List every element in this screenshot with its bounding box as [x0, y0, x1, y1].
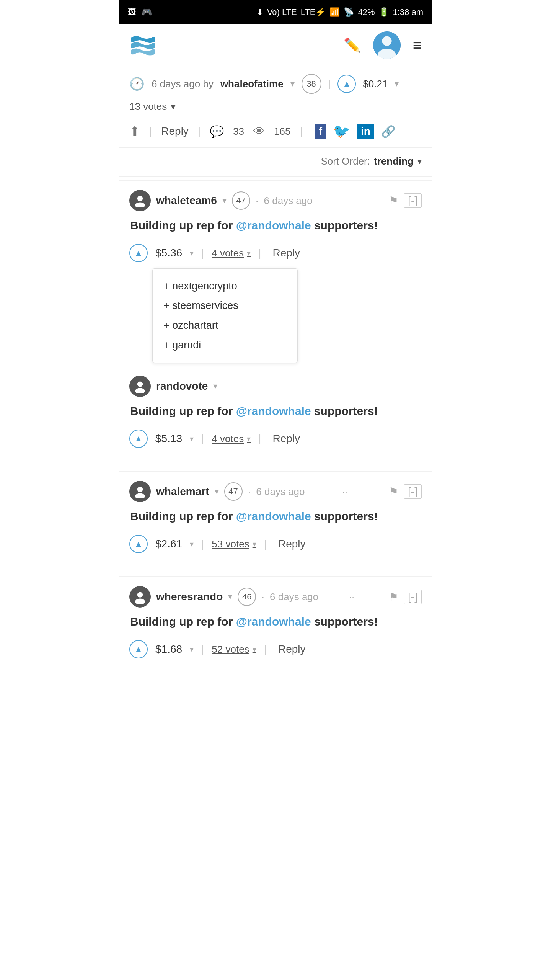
whaleteam6-upvote-button[interactable]: ▲ — [129, 244, 148, 262]
lte-label: LTE⚡ — [301, 7, 326, 17]
svg-point-9 — [137, 592, 143, 598]
facebook-icon[interactable]: f — [315, 124, 326, 139]
svg-point-4 — [135, 203, 145, 208]
whalemart-votes-count[interactable]: 53 votes ▾ — [212, 538, 256, 550]
linkedin-icon[interactable]: in — [357, 124, 374, 139]
svg-point-7 — [137, 487, 143, 492]
dot-sep: · — [256, 194, 259, 207]
link-icon[interactable]: 🔗 — [381, 125, 395, 138]
wheresrando-comment-body: Building up rep for @randowhale supporte… — [129, 613, 422, 630]
wheresrando-reward-arrow[interactable]: ▾ — [190, 645, 194, 654]
wheresrando-votes-arrow[interactable]: ▾ — [253, 645, 256, 654]
footer-sep4: | — [258, 433, 261, 445]
whalemart-mention[interactable]: @randowhale — [236, 510, 311, 523]
whaleteam6-reply-button[interactable]: Reply — [272, 247, 300, 259]
reward-dropdown-arrow[interactable]: ▾ — [395, 79, 399, 89]
sort-order-dropdown-arrow[interactable]: ▾ — [417, 157, 422, 167]
collapse-button[interactable]: [-] — [404, 193, 422, 208]
whalemart-comment-body: Building up rep for @randowhale supporte… — [129, 508, 422, 525]
upvote-button[interactable]: ▲ — [337, 75, 356, 93]
whalemart-reward-arrow[interactable]: ▾ — [190, 539, 194, 549]
game-icon: 🎮 — [142, 7, 152, 17]
randovote-mention[interactable]: @randowhale — [236, 405, 311, 417]
post-author[interactable]: whaleofatime — [220, 78, 284, 90]
whalemart-collapse-button[interactable]: [-] — [404, 484, 422, 499]
wheresrando-flag-icon[interactable]: ⚑ — [389, 591, 398, 603]
whalemart-dropdown-arrow[interactable]: ▾ — [215, 487, 219, 497]
twitter-icon[interactable]: 🐦 — [333, 123, 350, 139]
whalemart-username[interactable]: whalemart — [156, 485, 209, 498]
randovote-comment-footer: ▲ $5.13 ▾ | 4 votes ▾ | Reply — [129, 426, 422, 456]
steem-logo[interactable] — [129, 34, 164, 57]
nav-bar: ✏️ ≡ — [119, 24, 432, 66]
wheresrando-dropdown-arrow[interactable]: ▾ — [228, 592, 232, 602]
mention-randowhale[interactable]: @randowhale — [236, 219, 311, 232]
wheresrando-upvote-button[interactable]: ▲ — [129, 640, 148, 658]
svg-point-3 — [137, 196, 143, 201]
whalemart-avatar[interactable] — [129, 481, 151, 502]
wheresrando-reply-button[interactable]: Reply — [278, 643, 306, 655]
randovote-avatar[interactable] — [129, 376, 151, 397]
footer-sep8: | — [264, 643, 267, 655]
author-dropdown-arrow[interactable]: ▾ — [290, 79, 295, 89]
whalemart-comment-header: whalemart ▾ 47 · 6 days ago ·· ⚑ [-] — [129, 481, 422, 502]
whaleteam6-votes-count[interactable]: 4 votes ▾ — [212, 247, 251, 259]
download-icon: ⬇ — [256, 7, 263, 17]
wheresrando-more-options-icon[interactable]: ·· — [349, 591, 354, 602]
wheresrando-username[interactable]: wheresrando — [156, 591, 223, 603]
post-time-ago: 6 days ago by — [152, 78, 214, 90]
avatar-svg — [133, 485, 147, 498]
svg-point-8 — [135, 493, 145, 499]
whalemart-upvote-button[interactable]: ▲ — [129, 535, 148, 553]
wheresrando-mention[interactable]: @randowhale — [236, 615, 311, 628]
battery-icon: 🔋 — [379, 7, 389, 17]
whaleteam6-avatar[interactable] — [129, 190, 151, 211]
votes-line: 13 votes ▾ — [119, 98, 432, 119]
wheresrando-avatar[interactable] — [129, 586, 151, 608]
wheresrando-collapse-button[interactable]: [-] — [404, 590, 422, 604]
dot-sep2: · — [248, 485, 251, 498]
whaleteam6-username[interactable]: whaleteam6 — [156, 194, 217, 207]
share-icon[interactable]: ⬆ — [129, 124, 140, 139]
whaleteam6-votes-arrow[interactable]: ▾ — [247, 248, 251, 258]
steem-logo-svg — [129, 34, 164, 57]
randovote-reward: $5.13 — [155, 433, 182, 445]
randovote-upvote-button[interactable]: ▲ — [129, 430, 148, 448]
whalemart-time: 6 days ago — [256, 486, 305, 498]
whalemart-votes-arrow[interactable]: ▾ — [253, 539, 256, 549]
user-avatar[interactable] — [373, 31, 401, 59]
more-options-icon[interactable]: ·· — [342, 486, 347, 497]
footer-sep5: | — [201, 538, 204, 550]
popup-voter-4: + garudi — [163, 335, 287, 355]
votes-count-label: 13 votes — [129, 101, 167, 113]
randovote-comment-body: Building up rep for @randowhale supporte… — [129, 402, 422, 420]
whaleteam6-dropdown-arrow[interactable]: ▾ — [222, 196, 227, 206]
flag-icon[interactable]: ⚑ — [389, 194, 398, 207]
reply-button[interactable]: Reply — [161, 125, 189, 137]
randovote-votes-count[interactable]: 4 votes ▾ — [212, 433, 251, 445]
randovote-votes-arrow[interactable]: ▾ — [247, 434, 251, 443]
whaleteam6-rep-badge: 47 — [232, 191, 250, 210]
hamburger-menu-icon[interactable]: ≡ — [413, 38, 422, 53]
whalemart-reply-button[interactable]: Reply — [278, 538, 306, 550]
wheresrando-votes-count[interactable]: 52 votes ▾ — [212, 644, 256, 655]
whalemart-flag-icon[interactable]: ⚑ — [389, 485, 398, 498]
avatar-image — [373, 31, 401, 59]
pen-icon[interactable]: ✏️ — [344, 37, 361, 53]
popup-voter-2: + steemservices — [163, 296, 287, 315]
randovote-reply-button[interactable]: Reply — [272, 433, 300, 445]
votes-dropdown-arrow[interactable]: ▾ — [171, 101, 176, 113]
footer-sep6: | — [264, 538, 267, 550]
svg-point-1 — [382, 36, 391, 46]
whaleteam6-reward-arrow[interactable]: ▾ — [190, 248, 194, 258]
status-left-icons: 🖼 🎮 — [128, 7, 152, 17]
sort-order-value[interactable]: trending — [374, 155, 414, 167]
sep1: | — [149, 125, 152, 137]
randovote-dropdown-arrow[interactable]: ▾ — [213, 381, 217, 391]
whalemart-comment-footer: ▲ $2.61 ▾ | 53 votes ▾ | Reply — [129, 531, 422, 561]
whaleteam6-comment-body: Building up rep for @randowhale supporte… — [129, 217, 422, 234]
randovote-reward-arrow[interactable]: ▾ — [190, 434, 194, 443]
randovote-username[interactable]: randovote — [156, 380, 208, 392]
whalemart-rep-badge: 47 — [224, 482, 243, 501]
popup-voter-1: + nextgencrypto — [163, 276, 287, 296]
